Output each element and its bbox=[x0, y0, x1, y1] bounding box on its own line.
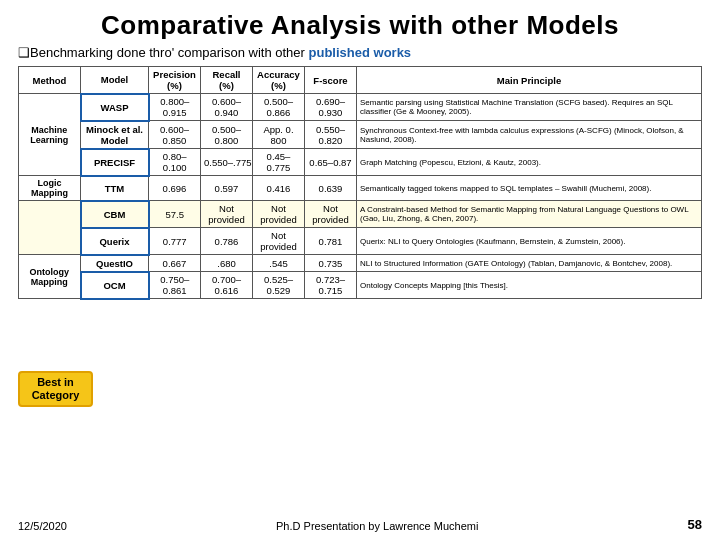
table-row: CBM57.5Not providedNot providedNot provi… bbox=[19, 201, 702, 228]
header-recall: Recall(%) bbox=[201, 67, 253, 94]
header-fscore: F-score bbox=[305, 67, 357, 94]
cell-method: Ontology Mapping bbox=[19, 255, 81, 299]
cell-recall: 0.600–0.940 bbox=[201, 94, 253, 121]
cell-model: QuestIO bbox=[81, 255, 149, 272]
cell-precision: 0.80–0.100 bbox=[149, 149, 201, 176]
cell-model: PRECISF bbox=[81, 149, 149, 176]
page-title: Comparative Analysis with other Models bbox=[18, 10, 702, 41]
cell-precision: 0.777 bbox=[149, 228, 201, 255]
subtitle: ❑Benchmarking done thro' comparison with… bbox=[18, 45, 702, 60]
page: Comparative Analysis with other Models ❑… bbox=[0, 0, 720, 540]
subtitle-text: ❑Benchmarking done thro' comparison with… bbox=[18, 45, 309, 60]
cell-model: OCM bbox=[81, 272, 149, 299]
table-header-row: Method Model Precision(%) Recall(%) Accu… bbox=[19, 67, 702, 94]
footer-date: 12/5/2020 bbox=[18, 520, 67, 532]
cell-principle: Synchronous Context-free with lambda cal… bbox=[357, 121, 702, 149]
footer: 12/5/2020 Ph.D Presentation by Lawrence … bbox=[18, 517, 702, 532]
subtitle-highlight: published works bbox=[309, 45, 412, 60]
cell-fscore: 0.550–0.820 bbox=[305, 121, 357, 149]
cell-accuracy: .545 bbox=[253, 255, 305, 272]
footer-page-number: 58 bbox=[688, 517, 702, 532]
cell-recall: Not provided bbox=[201, 201, 253, 228]
cell-fscore: 0.690–0.930 bbox=[305, 94, 357, 121]
cell-principle: NLI to Structured Information (GATE Onto… bbox=[357, 255, 702, 272]
cell-precision: 0.750–0.861 bbox=[149, 272, 201, 299]
cell-model: Minock et al. Model bbox=[81, 121, 149, 149]
cell-recall: 0.500–0.800 bbox=[201, 121, 253, 149]
header-precision: Precision(%) bbox=[149, 67, 201, 94]
table-wrapper: Best inCategory Method Model Precision(%… bbox=[18, 66, 702, 513]
cell-precision: 57.5 bbox=[149, 201, 201, 228]
cell-fscore: 0.723–0.715 bbox=[305, 272, 357, 299]
cell-principle: Semantically tagged tokens mapped to SQL… bbox=[357, 176, 702, 201]
cell-accuracy: Not provided bbox=[253, 228, 305, 255]
cell-principle: A Constraint-based Method for Semantic M… bbox=[357, 201, 702, 228]
cell-recall: 0.700–0.616 bbox=[201, 272, 253, 299]
cell-model: WASP bbox=[81, 94, 149, 121]
cell-fscore: 0.639 bbox=[305, 176, 357, 201]
header-principle: Main Principle bbox=[357, 67, 702, 94]
cell-principle: Querix: NLI to Query Ontologies (Kaufman… bbox=[357, 228, 702, 255]
cell-principle: Ontology Concepts Mapping [this Thesis]. bbox=[357, 272, 702, 299]
table-row: Ontology MappingQuestIO0.667.680.5450.73… bbox=[19, 255, 702, 272]
cell-model: TTM bbox=[81, 176, 149, 201]
best-in-category-label: Best inCategory bbox=[18, 371, 93, 407]
cell-fscore: 0.735 bbox=[305, 255, 357, 272]
cell-recall: 0.786 bbox=[201, 228, 253, 255]
cell-precision: 0.667 bbox=[149, 255, 201, 272]
cell-precision: 0.600–0.850 bbox=[149, 121, 201, 149]
cell-accuracy: 0.416 bbox=[253, 176, 305, 201]
cell-recall: 0.597 bbox=[201, 176, 253, 201]
table-row: Machine LearningWASP0.800–0.9150.600–0.9… bbox=[19, 94, 702, 121]
cell-method: Logic Mapping bbox=[19, 176, 81, 201]
cell-model: CBM bbox=[81, 201, 149, 228]
cell-recall: .680 bbox=[201, 255, 253, 272]
cell-method: Machine Learning bbox=[19, 94, 81, 176]
cell-model: Querix bbox=[81, 228, 149, 255]
cell-principle: Graph Matching (Popescu, Etzioni, & Kaut… bbox=[357, 149, 702, 176]
header-method: Method bbox=[19, 67, 81, 94]
cell-precision: 0.800–0.915 bbox=[149, 94, 201, 121]
table-row: OCM0.750–0.8610.700–0.6160.525–0.5290.72… bbox=[19, 272, 702, 299]
cell-accuracy: Not provided bbox=[253, 201, 305, 228]
cell-fscore: Not provided bbox=[305, 201, 357, 228]
cell-accuracy: 0.500–0.866 bbox=[253, 94, 305, 121]
cell-precision: 0.696 bbox=[149, 176, 201, 201]
cell-accuracy: App. 0. 800 bbox=[253, 121, 305, 149]
cell-recall: 0.550–.775 bbox=[201, 149, 253, 176]
cell-accuracy: 0.525–0.529 bbox=[253, 272, 305, 299]
header-model: Model bbox=[81, 67, 149, 94]
header-accuracy: Accuracy(%) bbox=[253, 67, 305, 94]
table-row: Logic MappingTTM0.6960.5970.4160.639Sema… bbox=[19, 176, 702, 201]
comparison-table: Method Model Precision(%) Recall(%) Accu… bbox=[18, 66, 702, 300]
table-row: Minock et al. Model0.600–0.8500.500–0.80… bbox=[19, 121, 702, 149]
footer-presenter: Ph.D Presentation by Lawrence Muchemi bbox=[276, 520, 478, 532]
cell-fscore: 0.65–0.87 bbox=[305, 149, 357, 176]
table-row: Querix0.7770.786Not provided0.781Querix:… bbox=[19, 228, 702, 255]
cell-principle: Semantic parsing using Statistical Machi… bbox=[357, 94, 702, 121]
cell-fscore: 0.781 bbox=[305, 228, 357, 255]
cell-method bbox=[19, 201, 81, 255]
cell-accuracy: 0.45–0.775 bbox=[253, 149, 305, 176]
table-row: PRECISF0.80–0.1000.550–.7750.45–0.7750.6… bbox=[19, 149, 702, 176]
